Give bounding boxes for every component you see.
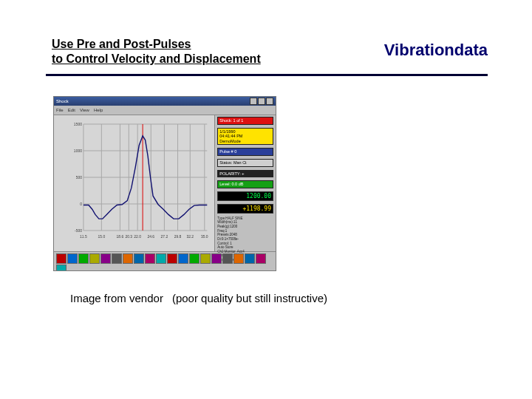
svg-text:18.6: 18.6 <box>117 234 124 239</box>
toolbar-button[interactable] <box>222 253 233 264</box>
slide-caption: Image from vendor(poor quality but still… <box>70 292 327 304</box>
svg-text:0: 0 <box>80 202 82 206</box>
title-line-2: to Control Velocity and Displacement <box>52 52 261 65</box>
toolbar-button[interactable] <box>56 253 66 264</box>
toolbar-button[interactable] <box>211 253 222 264</box>
window-titlebar: Shock <box>54 97 276 106</box>
svg-text:500: 500 <box>76 175 83 180</box>
toolbar-button[interactable] <box>256 253 266 264</box>
menu-file[interactable]: File <box>56 108 64 112</box>
toolbar-button[interactable] <box>100 253 111 264</box>
window-controls[interactable] <box>249 98 273 106</box>
toolbar-button[interactable] <box>178 253 188 264</box>
toolbar-button[interactable] <box>145 253 155 264</box>
svg-text:20.3: 20.3 <box>125 234 132 239</box>
svg-text:27.2: 27.2 <box>161 234 168 239</box>
toolbar-button[interactable] <box>56 265 66 271</box>
toolbar-button[interactable] <box>233 253 244 264</box>
menu-bar: File Edit View Help <box>54 106 276 115</box>
svg-text:1500: 1500 <box>74 122 82 126</box>
badge-shock-count: Shock: 1 of 1 <box>217 117 273 125</box>
caption-note: (poor quality but still instructive) <box>172 292 327 304</box>
svg-text:35.0: 35.0 <box>201 234 208 239</box>
readout-measured: +1198.99 <box>217 204 273 214</box>
svg-text:29.8: 29.8 <box>174 234 182 239</box>
menu-help[interactable]: Help <box>94 108 103 112</box>
svg-text:1000: 1000 <box>74 149 82 153</box>
svg-text:32.2: 32.2 <box>186 234 194 239</box>
pulse-chart: -500050010001500 11.515.018.620.322.024.… <box>72 121 210 239</box>
badge-status: Status: Man Ct <box>217 159 273 167</box>
badge-level: Level: 0.0 dB <box>217 180 273 188</box>
toolbar-button[interactable] <box>134 253 144 264</box>
toolbar-button[interactable] <box>200 253 211 264</box>
brand-logo: Vibrationdata <box>384 41 488 60</box>
toolbar-button[interactable] <box>156 253 166 264</box>
caption-source: Image from vendor <box>70 292 163 304</box>
bottom-toolbar: Stop and/or Resume <box>54 251 276 271</box>
svg-text:11.5: 11.5 <box>80 234 87 239</box>
svg-text:24.6: 24.6 <box>147 234 154 239</box>
svg-text:15.0: 15.0 <box>98 234 105 239</box>
toolbar-button[interactable] <box>245 253 255 264</box>
toolbar-button[interactable] <box>89 253 100 264</box>
badge-datetime: 1/1/1990 04:41:44 PM DemoMode <box>217 128 273 146</box>
menu-edit[interactable]: Edit <box>68 108 75 112</box>
svg-text:-500: -500 <box>75 228 82 233</box>
badge-pulse-number: Pulse # 0 <box>217 148 273 156</box>
toolbar-button[interactable] <box>78 253 89 264</box>
window-title: Shock <box>56 99 69 103</box>
toolbar-button[interactable] <box>123 253 133 264</box>
svg-text:22.0: 22.0 <box>134 234 141 239</box>
badge-polarity: POLARITY: + <box>217 170 273 178</box>
toolbar-button[interactable] <box>189 253 200 264</box>
toolbar-button[interactable] <box>67 253 78 264</box>
menu-view[interactable]: View <box>80 108 89 112</box>
toolbar-button[interactable] <box>167 253 177 264</box>
readout-target: 1200.00 <box>217 191 273 201</box>
vendor-screenshot: Shock File Edit View Help -5000500100015… <box>53 96 276 271</box>
chart-area: -500050010001500 11.515.018.620.322.024.… <box>54 115 215 251</box>
side-panel: Shock: 1 of 1 1/1/1990 04:41:44 PM DemoM… <box>215 115 276 251</box>
title-line-1: Use Pre and Post-Pulses <box>52 38 191 50</box>
toolbar-button[interactable] <box>112 253 122 264</box>
header-divider <box>46 74 488 76</box>
